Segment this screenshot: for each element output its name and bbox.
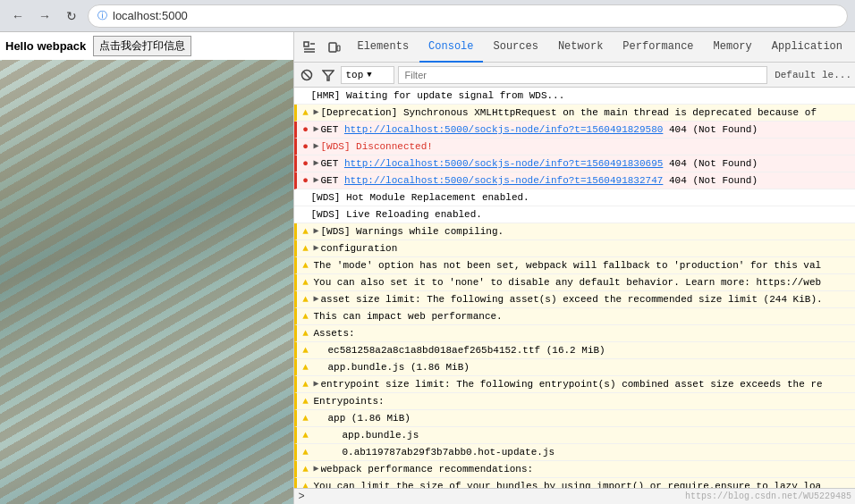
console-line: ▲▶[Deprecation] Synchronous XMLHttpReque… — [294, 105, 855, 122]
line-icon: ● — [299, 173, 311, 188]
line-icon: ● — [299, 156, 311, 171]
warn-icon: ▲ — [302, 107, 309, 118]
expand-arrow-icon[interactable]: ▶ — [313, 224, 318, 239]
filter-input[interactable] — [398, 66, 767, 84]
line-text: 0.ab119787ab29f3b7abb0.hot-update.js — [313, 445, 851, 459]
preview-panel: Hello webpack 点击我会打印信息 — [0, 32, 294, 504]
line-text: app.bundle.js — [313, 428, 851, 442]
line-text: app (1.86 MiB) — [313, 411, 851, 425]
forward-button[interactable]: → — [34, 5, 55, 27]
warn-icon: ▲ — [302, 243, 309, 254]
hello-bar: Hello webpack 点击我会打印信息 — [0, 32, 293, 60]
warn-icon: ▲ — [302, 464, 309, 475]
console-line: ●▶GET http://localhost:5000/sockjs-node/… — [294, 172, 855, 189]
line-text: app.bundle.js (1.86 MiB) — [313, 360, 851, 374]
line-icon: ▲ — [299, 394, 311, 408]
line-icon: ▲ — [299, 275, 311, 290]
console-line: ●▶[WDS] Disconnected! — [294, 139, 855, 155]
line-text: You can limit the size of your bundles b… — [313, 479, 851, 488]
warn-icon: ▲ — [302, 362, 309, 373]
expand-arrow-icon[interactable]: ▶ — [313, 105, 318, 120]
console-line: ▲app.bundle.js — [294, 427, 855, 444]
console-line: ▲app.bundle.js (1.86 MiB) — [294, 359, 855, 376]
tab-console[interactable]: Console — [419, 32, 482, 63]
line-icon: ▲ — [299, 309, 311, 323]
console-line: ●▶GET http://localhost:5000/sockjs-node/… — [294, 122, 855, 139]
tab-memory[interactable]: Memory — [705, 32, 761, 63]
line-text: GET http://localhost:5000/sockjs-node/in… — [321, 173, 852, 188]
tab-application[interactable]: Application — [763, 32, 851, 63]
error-icon: ● — [302, 175, 309, 186]
expand-arrow-icon[interactable]: ▶ — [313, 241, 318, 256]
console-line: ▲Entrypoints: — [294, 393, 855, 410]
context-selector[interactable]: top ▼ — [341, 66, 394, 84]
tab-elements[interactable]: Elements — [348, 32, 418, 63]
warn-icon: ▲ — [302, 396, 309, 407]
line-text: ec581258a2a8c1a8bd018aef265b4152.ttf (16… — [313, 343, 851, 357]
error-icon: ● — [302, 124, 309, 135]
expand-arrow-icon[interactable]: ▶ — [313, 462, 318, 476]
line-text: You can also set it to 'none' to disable… — [313, 275, 851, 290]
warn-icon: ▲ — [302, 311, 309, 322]
line-text: Entrypoints: — [313, 394, 851, 408]
reload-button[interactable]: ↻ — [61, 5, 82, 27]
context-value: top — [345, 70, 363, 80]
clear-console-button[interactable] — [298, 66, 316, 84]
line-icon: ▲ — [299, 411, 311, 425]
line-icon: ▲ — [299, 241, 311, 256]
warn-icon: ▲ — [302, 226, 309, 237]
expand-arrow-icon[interactable]: ▶ — [313, 156, 318, 171]
warn-icon: ▲ — [302, 260, 309, 271]
console-line: ●▶GET http://localhost:5000/sockjs-node/… — [294, 155, 855, 172]
line-icon: ▲ — [299, 292, 311, 307]
tab-performance[interactable]: Performance — [614, 32, 702, 63]
line-icon: ▲ — [299, 428, 311, 442]
warn-icon: ▲ — [302, 430, 309, 441]
secure-icon: ⓘ — [97, 9, 107, 22]
line-text: [WDS] Live Reloading enabled. — [310, 207, 851, 222]
default-levels-label: Default le... — [775, 70, 851, 80]
console-line: ▲Assets: — [294, 325, 855, 342]
svg-marker-8 — [323, 71, 334, 80]
console-line: ▲You can limit the size of your bundles … — [294, 478, 855, 488]
line-text: [Deprecation] Synchronous XMLHttpRequest… — [321, 105, 852, 120]
expand-arrow-icon[interactable]: ▶ — [313, 139, 318, 154]
console-line: ▲You can also set it to 'none' to disabl… — [294, 274, 855, 291]
click-print-button[interactable]: 点击我会打印信息 — [93, 36, 191, 56]
filter-icon — [319, 66, 337, 84]
line-icon: ▲ — [299, 326, 311, 340]
context-dropdown-icon: ▼ — [367, 71, 371, 80]
error-link[interactable]: http://localhost:5000/sockjs-node/info?t… — [344, 175, 663, 186]
back-button[interactable]: ← — [7, 5, 29, 27]
address-bar[interactable]: ⓘ localhost:5000 — [88, 4, 848, 28]
line-text: Assets: — [313, 326, 851, 340]
console-output[interactable]: [HMR] Waiting for update signal from WDS… — [294, 88, 855, 488]
console-line: ▲▶configuration — [294, 240, 855, 257]
inspect-element-button[interactable] — [298, 36, 321, 59]
match-image — [0, 60, 293, 504]
line-text: GET http://localhost:5000/sockjs-node/in… — [321, 156, 852, 171]
error-icon: ● — [302, 141, 309, 152]
line-icon: ▲ — [299, 360, 311, 374]
console-input: > — [298, 491, 685, 503]
expand-arrow-icon[interactable]: ▶ — [313, 292, 318, 307]
tab-sources[interactable]: Sources — [485, 32, 547, 63]
console-line: ▲▶webpack performance recommendations: — [294, 461, 855, 478]
line-icon: ▲ — [299, 105, 311, 120]
tab-network[interactable]: Network — [549, 32, 612, 63]
match-background — [0, 60, 293, 504]
expand-arrow-icon[interactable]: ▶ — [313, 377, 318, 391]
error-link[interactable]: http://localhost:5000/sockjs-node/info?t… — [344, 158, 663, 169]
error-link[interactable]: http://localhost:5000/sockjs-node/info?t… — [344, 124, 663, 135]
expand-arrow-icon[interactable]: ▶ — [313, 173, 318, 188]
line-text: [WDS] Warnings while compiling. — [321, 224, 852, 239]
console-line: ▲▶entrypoint size limit: The following e… — [294, 376, 855, 393]
console-line: ▲▶[WDS] Warnings while compiling. — [294, 223, 855, 240]
warn-icon: ▲ — [302, 379, 309, 390]
line-icon: ▲ — [299, 343, 311, 357]
expand-arrow-icon[interactable]: ▶ — [313, 122, 318, 137]
line-text: The 'mode' option has not been set, webp… — [313, 258, 851, 273]
status-bar: > https://blog.csdn.net/WU5229485 — [294, 488, 855, 504]
device-toolbar-button[interactable] — [323, 36, 346, 59]
line-text: [WDS] Disconnected! — [321, 139, 852, 154]
